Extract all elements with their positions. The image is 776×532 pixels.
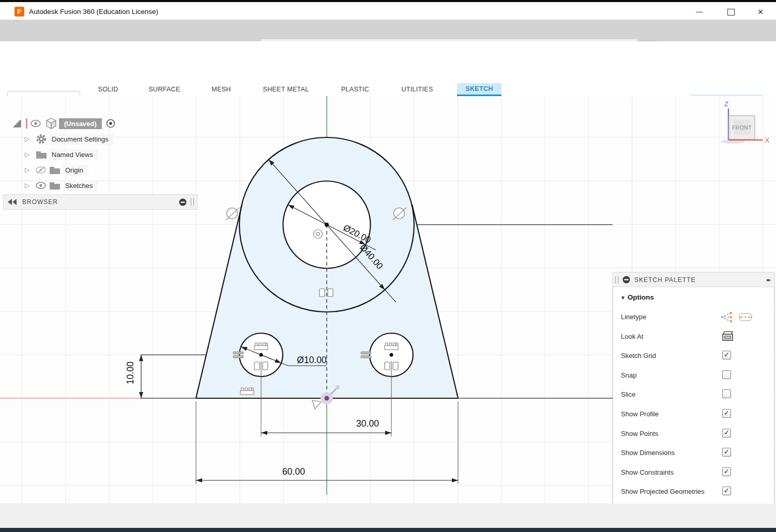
palette-minimize-icon[interactable]: [622, 276, 630, 284]
expand-arrow-icon[interactable]: ▷: [25, 151, 33, 158]
tab-plastic[interactable]: PLASTIC: [341, 86, 369, 93]
sketch-palette-header[interactable]: SKETCH PALETTE ▸▸: [613, 272, 774, 287]
document-cube-icon: [44, 117, 58, 130]
active-component-bar: [26, 118, 27, 129]
activate-component-radio-icon[interactable]: [106, 119, 115, 128]
browser-minimize-icon[interactable]: [179, 198, 187, 206]
show-profile-checkbox[interactable]: [722, 409, 731, 418]
row-label: Sketch Grid: [621, 352, 656, 359]
z-axis-label: Z: [724, 100, 728, 108]
minimize-button[interactable]: [695, 7, 704, 17]
browser-item-label: Named Views: [50, 149, 98, 160]
browser-item-origin[interactable]: ▷ Origin: [25, 164, 88, 176]
dim-base-width[interactable]: 60.00: [282, 466, 305, 477]
close-button[interactable]: ×: [756, 7, 765, 17]
row-label: Slice: [621, 390, 635, 398]
palette-row-show-constraints: Show Constraints: [613, 467, 774, 479]
row-label: Snap: [621, 371, 636, 379]
slice-checkbox[interactable]: [722, 389, 731, 398]
options-section-header[interactable]: ▼ Options: [620, 293, 654, 301]
palette-row-linetype: Linetype: [613, 312, 774, 323]
title-bar: F Autodesk Fusion 360 (Education License…: [0, 2, 776, 20]
fusion360-window: { "window": { "title": "Autodesk Fusion …: [0, 0, 776, 532]
row-label: Linetype: [621, 313, 646, 321]
ribbon-toolbar: SOLID SURFACE MESH SHEET METAL PLASTIC U…: [0, 41, 776, 97]
folder-icon: [49, 165, 60, 175]
fusion-app-icon: F: [14, 7, 24, 17]
palette-row-show-dimensions: Show Dimensions: [613, 448, 774, 459]
show-dimensions-checkbox[interactable]: [722, 448, 731, 457]
maximize-button[interactable]: [726, 7, 736, 17]
palette-drag-grip[interactable]: [615, 276, 618, 284]
browser-item-named-views[interactable]: ▷ Named Views: [25, 148, 98, 161]
browser-item-label: Sketches: [63, 180, 98, 191]
palette-row-show-projected: Show Projected Geometries: [613, 487, 774, 498]
tab-solid[interactable]: SOLID: [98, 86, 118, 93]
browser-item-document-settings[interactable]: ▷ Document Settings: [25, 133, 114, 145]
centerline-linetype-icon[interactable]: [738, 311, 753, 323]
concentric-glyph: [314, 230, 323, 239]
view-cube[interactable]: Z FRONT X: [719, 99, 775, 151]
expand-arrow-icon[interactable]: ▷: [25, 166, 33, 174]
palette-expand-icon[interactable]: ▸▸: [767, 277, 770, 283]
dim-hole-diameter[interactable]: Ø10.00: [297, 355, 327, 365]
dim-hole-height[interactable]: 10.00: [125, 362, 135, 384]
sketch-grid-checkbox[interactable]: [722, 351, 731, 359]
snap-checkbox[interactable]: [722, 370, 731, 379]
bottom-strip: [0, 528, 776, 532]
browser-panel-header[interactable]: BROWSER: [3, 194, 197, 210]
viewcube-face-label[interactable]: FRONT: [732, 124, 752, 131]
construction-linetype-icon[interactable]: [719, 311, 734, 323]
tab-mesh[interactable]: MESH: [211, 86, 231, 93]
horizontal-glyph: [240, 388, 254, 395]
horizontal-glyph: [385, 343, 398, 350]
palette-row-snap: Snap: [613, 370, 774, 382]
quick-access-toolbar: ▾ ▾ ▾ Untitled* × ?: [0, 20, 776, 41]
palette-row-show-profile: Show Profile: [613, 409, 774, 420]
row-label: Show Projected Geometries: [621, 488, 705, 495]
expand-arrow-icon[interactable]: ▷: [25, 182, 33, 189]
browser-item-label: Origin: [63, 165, 88, 176]
palette-row-sketch-grid: Sketch Grid: [613, 351, 774, 362]
document-name-label[interactable]: (Unsaved): [59, 118, 102, 129]
dim-hole-spacing[interactable]: 30.00: [356, 418, 379, 429]
browser-item-sketches[interactable]: ▷ Sketches: [25, 179, 98, 192]
window-title: Autodesk Fusion 360 (Education License): [29, 8, 158, 15]
palette-row-show-points: Show Points: [613, 429, 774, 440]
sketch-palette-panel: SKETCH PALETTE ▸▸ ▼ Options Linetype Loo…: [613, 272, 774, 532]
show-constraints-checkbox[interactable]: [722, 467, 731, 476]
row-label: Show Constraints: [621, 468, 674, 476]
expanded-arrow-icon[interactable]: [12, 119, 22, 128]
look-at-icon[interactable]: [721, 330, 734, 342]
palette-row-look-at: Look At: [613, 332, 774, 343]
browser-root-row[interactable]: (Unsaved): [12, 117, 115, 130]
folder-icon: [36, 150, 47, 159]
row-label: Show Points: [621, 430, 658, 437]
tab-sketch-active[interactable]: SKETCH: [457, 83, 501, 95]
palette-row-slice: Slice: [613, 389, 774, 401]
tab-sheet-metal[interactable]: SHEET METAL: [263, 86, 309, 93]
folder-icon: [49, 181, 60, 190]
tangent-glyph: [226, 208, 239, 220]
browser-item-label: Document Settings: [50, 134, 114, 145]
visibility-eye-icon[interactable]: [30, 119, 41, 128]
sketch-canvas-viewport[interactable]: Ø20.00 Ø40.00 Ø10.00 10.00 30.00 60.00: [0, 96, 776, 504]
browser-drag-grip[interactable]: [191, 198, 194, 206]
show-projected-geometries-checkbox[interactable]: [722, 487, 731, 495]
midpoint-glyph: [312, 400, 321, 409]
x-axis-label: X: [765, 136, 770, 144]
horizontal-glyph: [254, 343, 268, 350]
timeline-bar: [0, 504, 776, 528]
tab-utilities[interactable]: UTILITIES: [401, 86, 433, 93]
expand-arrow-icon[interactable]: ▷: [25, 135, 33, 143]
visibility-off-eye-icon[interactable]: [35, 166, 47, 174]
row-label: Show Profile: [621, 410, 659, 418]
browser-title: BROWSER: [22, 198, 58, 206]
gear-icon: [36, 134, 47, 144]
visibility-eye-icon[interactable]: [35, 181, 47, 190]
row-label: Look At: [621, 333, 643, 340]
show-points-checkbox[interactable]: [722, 429, 731, 437]
collapse-browser-icon[interactable]: [8, 199, 18, 205]
tab-surface[interactable]: SURFACE: [148, 86, 180, 93]
row-label: Show Dimensions: [621, 449, 675, 457]
